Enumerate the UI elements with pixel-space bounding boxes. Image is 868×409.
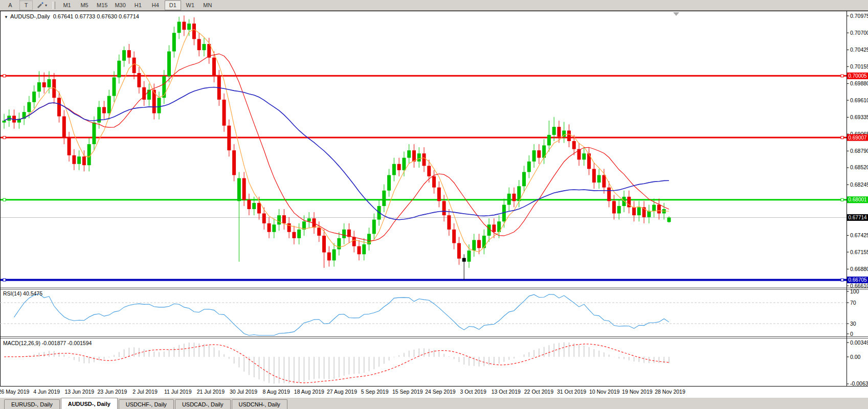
candle-body <box>292 232 296 238</box>
candle-body <box>392 164 396 175</box>
date-label: 24 Sep 2019 <box>425 389 456 395</box>
date-label: 23 Jun 2019 <box>98 389 127 395</box>
tab-eurusd[interactable]: EURUSD-, Daily <box>4 399 60 409</box>
candle-body <box>487 224 491 236</box>
period-button-h4[interactable]: H4 <box>147 1 164 10</box>
candle-body <box>102 107 106 113</box>
level-lines <box>0 75 847 281</box>
candle-body <box>632 207 636 215</box>
candle-body <box>582 153 586 160</box>
date-label: 28 Nov 2019 <box>655 389 685 395</box>
tab-usdchf[interactable]: USDCHF-, Daily <box>119 399 174 409</box>
tab-usdcad[interactable]: USDCAD-, Daily <box>175 399 231 409</box>
shift-marker-icon[interactable] <box>673 12 679 16</box>
candle-body <box>447 215 451 230</box>
candle-body <box>172 33 176 51</box>
symbol-tabbar: EURUSD-, DailyAUDUSD-, DailyUSDCHF-, Dai… <box>0 397 868 409</box>
candle-body <box>537 150 541 158</box>
candle-body <box>462 258 466 262</box>
line-anchor-marker[interactable] <box>841 137 843 139</box>
date-label: 5 Sep 2019 <box>361 389 389 395</box>
date-label: 8 Aug 2019 <box>263 389 290 395</box>
candle-body <box>507 194 511 205</box>
date-label: 26 May 2019 <box>0 389 29 395</box>
price-tag-value: 0.68001 <box>848 197 867 202</box>
line-anchor-marker[interactable] <box>3 198 6 201</box>
period-buttons: M1M5M15M30H1H4D1W1MN <box>58 1 216 10</box>
period-button-mn[interactable]: MN <box>199 1 216 10</box>
chart-canvas[interactable]: 0.709750.707000.704250.701550.698800.696… <box>0 11 868 387</box>
candle-body <box>117 61 121 78</box>
candle-body <box>177 21 181 33</box>
candle-body <box>522 172 526 186</box>
candle-body <box>27 102 31 112</box>
candle-body <box>372 220 376 234</box>
candle-body <box>47 79 51 87</box>
candle-body <box>417 153 421 162</box>
candle-body <box>127 50 131 58</box>
candle-body <box>282 215 286 223</box>
axis-tick-label: 0.68790 <box>850 148 868 154</box>
candle-body <box>257 203 261 214</box>
candle-body <box>232 150 236 175</box>
axis-tick-label: 0.68520 <box>850 164 868 170</box>
candle-body <box>247 200 251 209</box>
candle-body <box>432 176 436 188</box>
line-anchor-marker[interactable] <box>3 75 6 77</box>
candle-body <box>268 223 271 232</box>
candle-body <box>62 117 66 138</box>
candle-body <box>652 205 656 211</box>
arrow-tool-button[interactable]: A <box>2 1 18 10</box>
date-label: 27 Aug 2019 <box>327 389 357 395</box>
candle-body <box>162 76 166 98</box>
candle-body <box>107 96 111 113</box>
toolbar-grip[interactable] <box>53 2 55 9</box>
line-anchor-marker[interactable] <box>841 279 843 281</box>
date-label: 30 Jul 2019 <box>230 389 257 395</box>
period-button-h1[interactable]: H1 <box>130 1 146 10</box>
candle-body <box>617 206 621 214</box>
text-tool-button[interactable]: T <box>19 1 33 10</box>
candle-body <box>477 240 481 248</box>
candle-body <box>122 50 126 61</box>
candle-body <box>527 162 531 172</box>
price-tag-value: 0.69007 <box>848 135 867 141</box>
candle-body <box>422 153 426 166</box>
period-button-m1[interactable]: M1 <box>59 1 75 10</box>
date-label: 10 Nov 2019 <box>589 389 620 395</box>
date-label: 13 Jun 2019 <box>64 389 94 395</box>
candle-body <box>587 153 591 169</box>
axis-tick-label: 0.69880 <box>850 80 868 86</box>
axis-tick-label: 0.00349 <box>850 339 868 346</box>
candle-body <box>607 188 611 201</box>
axis-tick-label: 0.70700 <box>850 30 868 36</box>
candle-body <box>157 98 161 113</box>
axis-tick-label: 0.00 <box>850 354 861 360</box>
candle-body <box>252 203 256 209</box>
period-button-w1[interactable]: W1 <box>182 1 198 10</box>
draw-tools-button[interactable]: ▾ <box>34 1 50 10</box>
candle-body <box>297 230 301 238</box>
line-anchor-marker[interactable] <box>841 198 843 201</box>
candle-body <box>137 73 141 87</box>
line-anchor-marker[interactable] <box>841 75 843 77</box>
tab-usdcnh[interactable]: USDCNH-, Daily <box>232 399 287 409</box>
line-anchor-marker[interactable] <box>3 137 6 139</box>
period-button-m30[interactable]: M30 <box>112 1 128 10</box>
date-axis[interactable]: 26 May 20194 Jun 201913 Jun 201923 Jun 2… <box>0 387 868 397</box>
candle-body <box>187 24 191 30</box>
candle-body <box>592 169 596 183</box>
candle-body <box>37 82 41 92</box>
candle-body <box>397 164 401 170</box>
tab-audusd[interactable]: AUDUSD-, Daily <box>61 398 118 409</box>
period-button-m5[interactable]: M5 <box>76 1 93 10</box>
date-label: 11 Jul 2019 <box>164 389 192 395</box>
line-anchor-marker[interactable] <box>3 279 6 281</box>
candle-body <box>87 144 91 165</box>
period-button-d1[interactable]: D1 <box>165 1 181 10</box>
period-button-m15[interactable]: M15 <box>94 1 110 10</box>
mt4-window: { "toolbar": { "arrow_button": "A", "tex… <box>0 0 868 409</box>
candle-body <box>467 251 471 262</box>
candle-body <box>147 90 151 100</box>
axis-tick-label: 0 <box>850 331 853 337</box>
